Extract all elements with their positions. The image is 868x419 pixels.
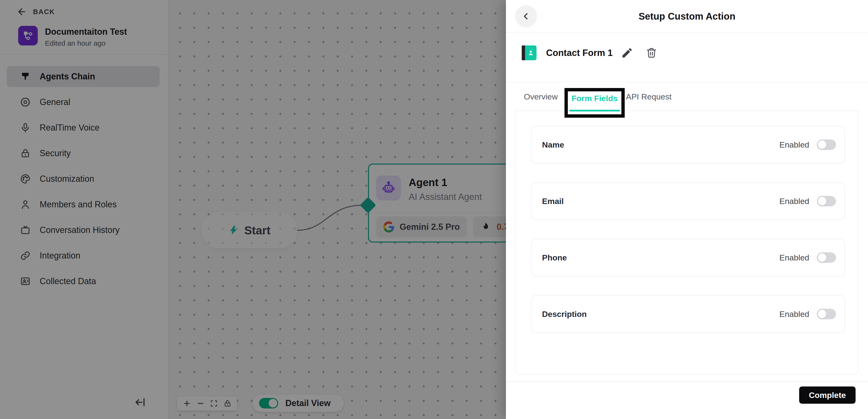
tab-overview[interactable]: Overview [524,92,558,101]
complete-button[interactable]: Complete [799,387,856,404]
field-label: Description [542,309,587,319]
toggle-knob [818,310,827,318]
field-status-label: Enabled [779,197,809,206]
person-icon [527,49,534,56]
field-label: Phone [542,253,567,262]
form-field-row-phone: Phone Enabled [531,239,845,276]
toggle-knob [818,253,827,262]
app-root: BACK Documentaiton Test Edited an hour a… [0,0,868,419]
field-toggle[interactable] [817,140,836,150]
contact-icon-spine [522,46,525,60]
form-field-row-name: Name Enabled [531,126,845,163]
form-field-row-email: Email Enabled [531,182,845,220]
field-status-label: Enabled [779,309,809,319]
action-row: Contact Form 1 [522,46,657,60]
setup-custom-action-panel: Setup Custom Action Contact Form 1 Overv… [506,0,868,419]
trash-icon [646,47,657,59]
edit-action-button[interactable] [621,47,633,59]
toggle-knob [818,140,827,149]
panel-header-divider [506,32,868,32]
form-field-row-description: Description Enabled [531,295,845,333]
field-toggle[interactable] [817,309,836,319]
tab-api-request[interactable]: API Request [626,92,672,101]
tab-form-fields[interactable]: Form Fields [572,94,618,103]
action-name: Contact Form 1 [546,48,613,58]
toggle-knob [818,197,827,205]
action-row-divider [506,82,868,82]
field-toggle[interactable] [817,196,836,206]
contact-form-icon [522,46,536,60]
pencil-icon [621,47,633,59]
modal-dim-overlay [0,0,506,419]
active-tab-underline [569,110,620,112]
field-status-label: Enabled [779,140,809,149]
delete-action-button[interactable] [642,47,657,59]
field-label: Email [542,197,564,206]
panel-title: Setup Custom Action [506,11,868,22]
field-status-label: Enabled [779,253,809,262]
field-label: Name [542,140,564,149]
contact-icon-body [525,46,536,60]
tab-form-fields-highlight-box[interactable]: Form Fields [564,88,625,118]
panel-footer-divider [506,382,868,382]
field-toggle[interactable] [817,252,836,263]
